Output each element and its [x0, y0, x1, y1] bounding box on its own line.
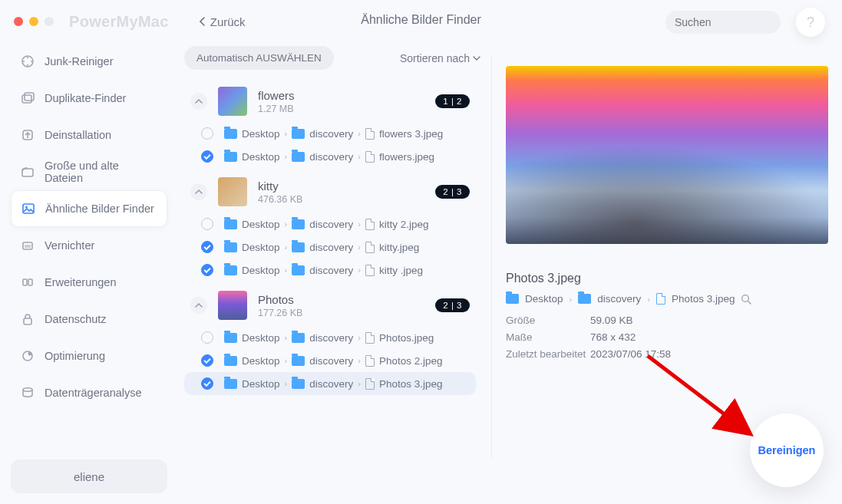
svg-rect-2 [22, 95, 31, 103]
chevron-right-icon: › [285, 356, 288, 365]
file-checkbox[interactable] [201, 377, 213, 390]
group-title: flowers [258, 89, 435, 102]
sidebar-item-junk-reiniger[interactable]: Junk-Reiniger [11, 43, 167, 80]
search-field[interactable] [665, 11, 781, 34]
file-checkbox[interactable] [201, 127, 213, 140]
folder-icon [292, 219, 305, 229]
sidebar-item-optimierung[interactable]: Optimierung [11, 338, 167, 374]
group-thumbnail [218, 177, 247, 206]
file-checkbox[interactable] [201, 264, 213, 276]
back-button[interactable]: Zurück [200, 15, 246, 28]
group-header[interactable]: flowers1.27 MB1 | 2 [184, 81, 476, 122]
file-path: Desktop›discovery›Photos.jpeg [224, 332, 434, 344]
file-checkbox[interactable] [201, 241, 213, 253]
file-row[interactable]: Desktop›discovery›kitty 2.jpeg [184, 212, 476, 236]
chevron-right-icon: › [358, 333, 361, 342]
file-row[interactable]: Desktop›discovery›kitty.jpeg [184, 236, 476, 259]
file-checkbox[interactable] [201, 150, 213, 163]
chevron-right-icon: › [570, 295, 573, 304]
sidebar-icon [20, 348, 35, 364]
sort-label: Sortieren nach [400, 52, 470, 64]
zoom-window-button[interactable] [45, 17, 54, 26]
file-name: kitty.jpeg [379, 242, 419, 253]
sort-dropdown[interactable]: Sortieren nach [400, 52, 480, 64]
group-count-badge: 2 | 3 [435, 298, 470, 312]
clean-button[interactable]: Bereinigen [750, 413, 824, 487]
file-row[interactable]: Desktop›discovery›Photos 3.jpeg [184, 372, 476, 395]
file-path: Desktop›discovery›kitty.jpeg [224, 242, 419, 253]
file-name: flowers.jpeg [379, 151, 434, 163]
sidebar-icon [20, 275, 35, 290]
chevron-right-icon: › [285, 129, 288, 138]
file-row[interactable]: Desktop›discovery›kitty .jpeg [184, 259, 476, 282]
auto-select-button[interactable]: Automatisch AUSWÄHLEN [184, 46, 334, 70]
file-path: Desktop›discovery›flowers.jpeg [224, 151, 434, 163]
group-count-badge: 2 | 3 [435, 185, 470, 199]
chevron-right-icon: › [358, 129, 361, 138]
sidebar-item-vernichter[interactable]: Vernichter [11, 227, 167, 264]
file-checkbox[interactable] [201, 331, 213, 344]
collapse-toggle[interactable] [190, 93, 207, 110]
svg-point-15 [742, 295, 749, 301]
collapse-toggle[interactable] [190, 297, 207, 314]
sidebar-item-label: Erweiterungen [45, 276, 117, 288]
svg-rect-9 [23, 279, 27, 285]
sidebar-item-deinstallation[interactable]: Deinstallation [11, 117, 167, 153]
folder-icon [292, 129, 305, 139]
sidebar-icon [20, 54, 35, 69]
path-segment: discovery [309, 219, 353, 230]
group-header[interactable]: Photos177.26 KB2 | 3 [184, 285, 476, 326]
folder-icon [224, 356, 237, 366]
group-size: 476.36 KB [258, 194, 435, 205]
chevron-right-icon: › [285, 333, 288, 342]
minimize-window-button[interactable] [29, 17, 38, 26]
path-segment: Desktop [242, 332, 280, 344]
chevron-right-icon: › [358, 379, 361, 388]
file-icon [365, 128, 375, 140]
file-row[interactable]: Desktop›discovery›flowers 3.jpeg [184, 122, 476, 145]
sidebar-item-erweiterungen[interactable]: Erweiterungen [11, 264, 167, 301]
sidebar-item-label: Duplikate-Finder [45, 92, 126, 104]
svg-rect-5 [22, 169, 33, 176]
group-thumbnail [218, 291, 247, 320]
folder-icon [292, 333, 305, 343]
collapse-toggle[interactable] [190, 183, 207, 200]
meta-key-modified: Zuletzt bearbeitet [506, 346, 590, 363]
sidebar-icon [20, 91, 35, 106]
sidebar-item-datentr-geranalyse[interactable]: Datenträgeranalyse [11, 374, 167, 411]
file-checkbox[interactable] [201, 354, 213, 367]
folder-icon [224, 242, 237, 252]
user-pill[interactable]: eliene [11, 460, 167, 493]
close-window-button[interactable] [14, 17, 23, 26]
chevron-right-icon: › [358, 152, 361, 161]
svg-point-14 [23, 388, 32, 391]
path-segment: Desktop [242, 151, 280, 163]
folder-icon [506, 294, 519, 304]
search-input[interactable] [675, 16, 809, 28]
group-header[interactable]: kitty476.36 KB2 | 3 [184, 171, 476, 212]
path-segment: Desktop [242, 128, 280, 140]
results-column: Automatisch AUSWÄHLEN Sortieren nach flo… [178, 43, 480, 504]
folder-icon [224, 333, 237, 343]
sidebar-item--hnliche-bilder-finder[interactable]: Ähnliche Bilder Finder [11, 190, 167, 227]
file-row[interactable]: Desktop›discovery›Photos 2.jpeg [184, 349, 476, 372]
svg-rect-10 [28, 279, 32, 285]
sidebar-item-label: Deinstallation [45, 129, 111, 141]
back-label: Zurück [210, 15, 246, 28]
file-row[interactable]: Desktop›discovery›flowers.jpeg [184, 145, 476, 168]
path-segment: Desktop [242, 378, 280, 390]
path-segment: discovery [309, 128, 353, 140]
file-row[interactable]: Desktop›discovery›Photos.jpeg [184, 326, 476, 349]
help-button[interactable]: ? [796, 8, 825, 37]
sidebar-item-duplikate-finder[interactable]: Duplikate-Finder [11, 80, 167, 117]
svg-point-13 [28, 352, 32, 356]
sidebar-item-datenschutz[interactable]: Datenschutz [11, 301, 167, 338]
file-name: kitty 2.jpeg [379, 219, 429, 230]
sidebar-item-gro-e-und-alte-dateien[interactable]: Große und alte Dateien [11, 153, 167, 190]
meta-key-dimensions: Maße [506, 329, 590, 346]
sidebar-icon [20, 164, 35, 180]
reveal-icon[interactable] [741, 294, 751, 305]
file-name: Photos.jpeg [379, 332, 434, 344]
app-name-label: PowerMyMac [69, 13, 169, 31]
file-checkbox[interactable] [201, 218, 213, 230]
